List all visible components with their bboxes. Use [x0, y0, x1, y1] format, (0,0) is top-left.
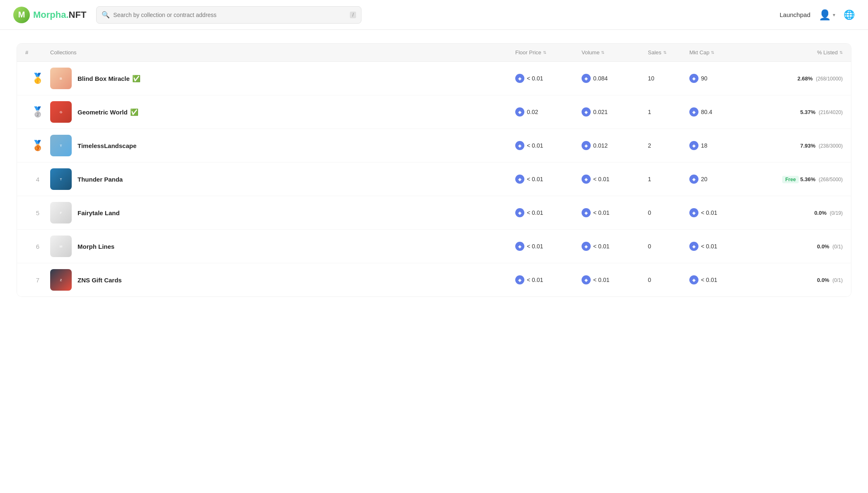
mkt-cap-value: 18	[701, 142, 708, 149]
sales-cell: 0	[648, 209, 689, 216]
collection-cell: T Thunder Panda	[50, 168, 515, 190]
collection-cell: T TimelessLandscape	[50, 135, 515, 156]
volume-cell: ◈ 0.021	[582, 107, 648, 117]
listed-detail: (268/5000)	[819, 177, 843, 182]
mkt-cap-value: 20	[701, 176, 708, 182]
table-row[interactable]: 🥈 G Geometric World ✅ ◈ 0.02 ◈ 0.021 1 ◈…	[17, 95, 851, 129]
eth-icon-mkt: ◈	[689, 208, 698, 217]
volume-cell: ◈ < 0.01	[582, 275, 648, 284]
listed-detail: (216/4020)	[819, 109, 843, 115]
logo-nft: NFT	[69, 10, 87, 20]
volume-value: 0.084	[593, 75, 608, 82]
eth-icon-mkt: ◈	[689, 242, 698, 251]
collection-image: G	[50, 101, 72, 123]
mkt-cap-cell: ◈ 80.4	[689, 107, 752, 117]
listed-pct: 0.0%	[817, 277, 829, 283]
mkt-cap-cell: ◈ < 0.01	[689, 242, 752, 251]
logo-text: Morpha.NFT	[33, 10, 86, 20]
rank-cell: 5	[25, 209, 50, 216]
mkt-cap-cell: ◈ 90	[689, 74, 752, 83]
listed-pct: 5.36%	[800, 176, 815, 182]
th-volume[interactable]: Volume ⇅	[582, 49, 648, 56]
table-row[interactable]: 🥇 B Blind Box Miracle ✅ ◈ < 0.01 ◈ 0.084…	[17, 62, 851, 95]
listed-cell: 0.0% (0/1)	[752, 277, 843, 283]
volume-value: < 0.01	[593, 277, 609, 283]
table-row[interactable]: 🥉 T TimelessLandscape ◈ < 0.01 ◈ 0.012 2…	[17, 129, 851, 163]
table-row[interactable]: 6 M Morph Lines ◈ < 0.01 ◈ < 0.01 0 ◈ < …	[17, 230, 851, 263]
volume-value: < 0.01	[593, 176, 609, 182]
collection-name: TimelessLandscape	[78, 142, 136, 149]
eth-icon-mkt: ◈	[689, 74, 698, 83]
sales-value: 10	[648, 75, 655, 82]
sales-cell: 10	[648, 75, 689, 82]
collection-name: Thunder Panda	[78, 176, 123, 183]
collection-name: Blind Box Miracle ✅	[78, 75, 141, 83]
collection-name: Fairytale Land	[78, 209, 120, 216]
search-icon: 🔍	[102, 11, 110, 19]
volume-value: < 0.01	[593, 209, 609, 216]
collection-cell: G Geometric World ✅	[50, 101, 515, 123]
floor-price-value: < 0.01	[527, 176, 543, 182]
th-collections: Collections	[50, 49, 515, 56]
collection-cell: F Fairytale Land	[50, 202, 515, 223]
sales-cell: 0	[648, 243, 689, 250]
table-row[interactable]: 5 F Fairytale Land ◈ < 0.01 ◈ < 0.01 0 ◈…	[17, 196, 851, 230]
header-right: Launchpad 👤 ▾ 🌐	[780, 9, 855, 21]
rank-number: 7	[36, 277, 39, 284]
listed-detail: (0/1)	[832, 244, 843, 250]
volume-cell: ◈ < 0.01	[582, 208, 648, 217]
collection-image: T	[50, 168, 72, 190]
listed-pct: 0.0%	[817, 243, 829, 250]
th-sales[interactable]: Sales ⇅	[648, 49, 689, 56]
rank-cell: 6	[25, 243, 50, 250]
sales-value: 1	[648, 109, 651, 115]
logo-morpha: Morpha.	[33, 10, 69, 20]
eth-icon: ◈	[515, 208, 524, 217]
floor-price-value: < 0.01	[527, 277, 543, 283]
volume-value: 0.021	[593, 109, 608, 115]
th-floor-price[interactable]: Floor Price ⇅	[515, 49, 582, 56]
listed-detail: (0/1)	[832, 277, 843, 283]
mkt-cap-value: < 0.01	[701, 277, 717, 283]
logo[interactable]: M Morpha.NFT	[13, 7, 86, 23]
sales-cell: 1	[648, 109, 689, 115]
table-row[interactable]: 4 T Thunder Panda ◈ < 0.01 ◈ < 0.01 1 ◈ …	[17, 163, 851, 196]
th-pct-listed[interactable]: % Listed ⇅	[752, 49, 843, 56]
sales-value: 0	[648, 209, 651, 216]
collection-name: Geometric World ✅	[78, 108, 138, 116]
search-slash-key: /	[350, 12, 356, 18]
header: M Morpha.NFT 🔍 / Launchpad 👤 ▾ 🌐	[0, 0, 868, 30]
floor-price-cell: ◈ < 0.01	[515, 242, 582, 251]
volume-cell: ◈ < 0.01	[582, 242, 648, 251]
listed-detail: (0/19)	[830, 210, 843, 216]
search-input[interactable]	[113, 12, 347, 18]
globe-icon[interactable]: 🌐	[844, 10, 855, 20]
table-row[interactable]: 7 Z ZNS Gift Cards ◈ < 0.01 ◈ < 0.01 0 ◈…	[17, 263, 851, 296]
listed-pct: 0.0%	[814, 210, 827, 216]
rank-cell: 4	[25, 176, 50, 183]
th-mkt-cap[interactable]: Mkt Cap ⇅	[689, 49, 752, 56]
eth-icon: ◈	[515, 175, 524, 184]
collection-image: F	[50, 202, 72, 223]
eth-icon-vol: ◈	[582, 175, 591, 184]
th-rank: #	[25, 49, 50, 56]
rank-number: 6	[36, 243, 39, 250]
eth-icon-vol: ◈	[582, 107, 591, 117]
free-tag: Free	[782, 176, 798, 183]
sales-sort-icon: ⇅	[663, 50, 667, 55]
main-content: # Collections Floor Price ⇅ Volume ⇅ Sal…	[0, 30, 868, 310]
table-body: 🥇 B Blind Box Miracle ✅ ◈ < 0.01 ◈ 0.084…	[17, 62, 851, 296]
listed-cell: 0.0% (0/19)	[752, 210, 843, 216]
listed-cell: Free 5.36% (268/5000)	[752, 176, 843, 182]
eth-icon: ◈	[515, 275, 524, 284]
floor-price-sort-icon: ⇅	[543, 50, 546, 55]
listed-pct: 2.68%	[798, 75, 813, 82]
launchpad-link[interactable]: Launchpad	[780, 11, 810, 18]
medal-icon: 🥇	[32, 73, 44, 84]
sales-cell: 1	[648, 176, 689, 182]
listed-cell: 2.68% (268/10000)	[752, 75, 843, 82]
eth-icon-mkt: ◈	[689, 275, 698, 284]
eth-icon: ◈	[515, 141, 524, 150]
user-button[interactable]: 👤 ▾	[819, 9, 835, 21]
verified-icon: ✅	[132, 75, 141, 83]
